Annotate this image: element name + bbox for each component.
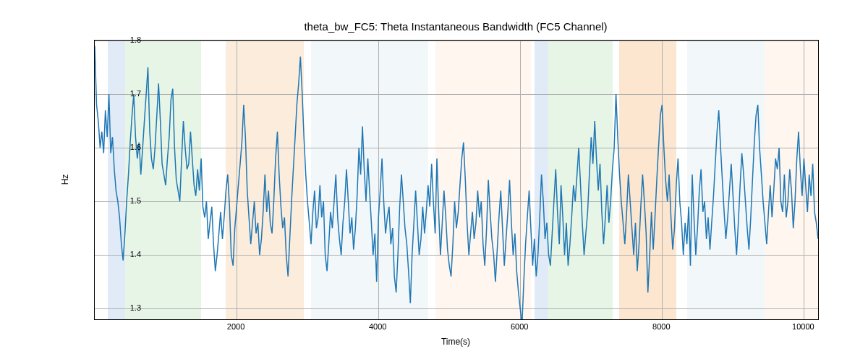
y-tick-mark bbox=[94, 201, 95, 202]
y-tick-mark bbox=[94, 308, 95, 309]
plot-area bbox=[94, 40, 819, 320]
y-tick-label: 1.4 bbox=[105, 250, 141, 258]
x-axis-label: Time(s) bbox=[94, 337, 817, 347]
x-tick-label: 4000 bbox=[356, 322, 399, 331]
x-tick-mark bbox=[237, 319, 237, 320]
y-tick-label: 1.7 bbox=[105, 89, 141, 98]
chart-container bbox=[94, 40, 817, 319]
y-axis-label: Hz bbox=[58, 40, 72, 319]
y-tick-label: 1.6 bbox=[105, 143, 141, 151]
x-tick-mark bbox=[378, 319, 379, 320]
y-tick-mark bbox=[94, 41, 95, 41]
x-tick-mark bbox=[662, 319, 663, 320]
y-tick-label: 1.3 bbox=[105, 303, 141, 312]
x-tick-label: 8000 bbox=[639, 322, 683, 331]
chart-title: theta_bw_FC5: Theta Instantaneous Bandwi… bbox=[94, 20, 817, 33]
y-tick-mark bbox=[94, 255, 95, 256]
y-tick-label: 1.5 bbox=[105, 196, 141, 205]
x-tick-label: 6000 bbox=[498, 322, 541, 331]
y-tick-mark bbox=[94, 94, 95, 95]
x-tick-mark bbox=[804, 319, 804, 320]
x-tick-mark bbox=[520, 319, 521, 320]
x-tick-label: 10000 bbox=[781, 322, 825, 331]
y-tick-mark bbox=[94, 148, 95, 148]
x-tick-label: 2000 bbox=[214, 322, 258, 331]
line-series bbox=[95, 41, 818, 319]
y-tick-label: 1.8 bbox=[105, 35, 141, 44]
